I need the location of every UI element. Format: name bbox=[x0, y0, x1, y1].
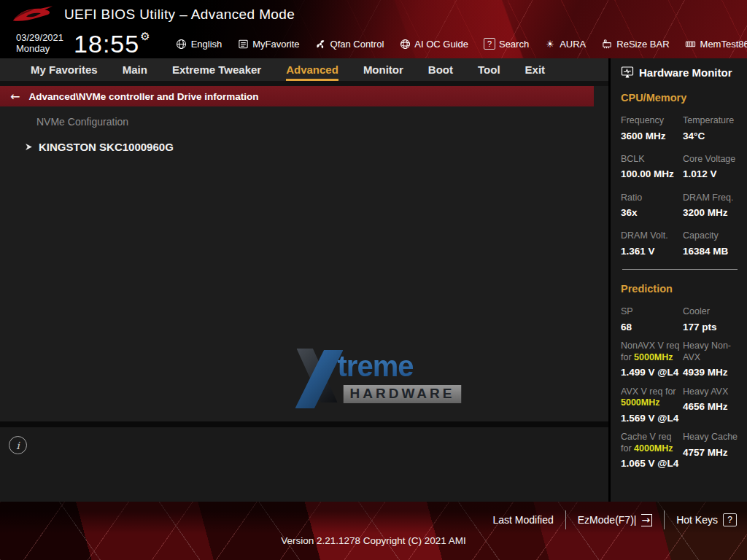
hw-value: 1.065 V @L4 bbox=[621, 458, 683, 470]
section-label: NVMe Configuration bbox=[36, 116, 608, 128]
hw-label: Heavy AVX bbox=[683, 386, 741, 398]
hw-value: 1.012 V bbox=[683, 168, 741, 180]
hw-value: 1.361 V bbox=[621, 246, 683, 257]
footer-actions: Last Modified EzMode(F7)| → Hot Keys ? bbox=[493, 510, 738, 529]
footer: Last Modified EzMode(F7)| → Hot Keys ? V… bbox=[0, 502, 747, 560]
rog-logo-icon bbox=[12, 4, 54, 26]
tab-boot[interactable]: Boot bbox=[428, 58, 453, 81]
breadcrumb[interactable]: ← Advanced\NVMe controller and Drive inf… bbox=[0, 86, 594, 106]
divider bbox=[161, 34, 166, 53]
hot-keys-button[interactable]: Hot Keys ? bbox=[676, 513, 737, 526]
hw-row: Frequency 3600 MHz Temperature 34°C bbox=[621, 115, 741, 142]
hw-label: Heavy Cache bbox=[683, 432, 741, 443]
hw-label: AVX V req for 5000MHz bbox=[621, 386, 683, 409]
menu-item-language[interactable]: English bbox=[176, 38, 222, 50]
hw-label: BCLK bbox=[621, 154, 683, 166]
prediction-heading: Prediction bbox=[621, 283, 741, 295]
highlighted-mhz: 5000MHz bbox=[621, 397, 660, 408]
divider bbox=[0, 81, 608, 86]
fan-icon bbox=[315, 38, 327, 50]
help-info-panel: i bbox=[0, 427, 608, 502]
divider bbox=[0, 421, 608, 427]
hw-row: AVX V req for 5000MHz 1.569 V @L4 Heavy … bbox=[621, 386, 741, 424]
highlighted-mhz: 4000MHz bbox=[634, 443, 673, 454]
hw-label: Frequency bbox=[621, 115, 683, 127]
hardware-monitor-panel: Hardware Monitor CPU/Memory Frequency 36… bbox=[611, 58, 747, 502]
hw-label: Capacity bbox=[683, 230, 741, 242]
top-header: UEFI BIOS Utility – Advanced Mode 03/29/… bbox=[0, 0, 747, 58]
tab-exit[interactable]: Exit bbox=[525, 58, 546, 81]
hw-row: SP 68 Cooler 177 pts bbox=[621, 306, 741, 333]
tab-advanced[interactable]: Advanced bbox=[286, 58, 338, 81]
hw-label: Heavy Non-AVX bbox=[683, 341, 741, 363]
submenu-arrow-icon bbox=[25, 141, 33, 153]
memtest-icon bbox=[685, 38, 697, 50]
hardware-monitor-title: Hardware Monitor bbox=[639, 66, 732, 79]
menu-item-qfan[interactable]: Qfan Control bbox=[315, 38, 384, 50]
hw-label: SP bbox=[621, 306, 683, 318]
tab-extreme-tweaker[interactable]: Extreme Tweaker bbox=[172, 58, 261, 81]
hw-row: DRAM Volt. 1.361 V Capacity 16384 MB bbox=[621, 230, 741, 257]
highlighted-mhz: 5000MHz bbox=[634, 352, 673, 362]
tab-bar: My Favorites Main Extreme Tweaker Advanc… bbox=[0, 58, 608, 81]
back-arrow-icon[interactable]: ← bbox=[10, 90, 20, 104]
menu-item-memtest[interactable]: MemTest86 bbox=[685, 38, 747, 50]
watermark-treme-text: treme bbox=[338, 350, 414, 383]
menu-item-aura[interactable]: ☀ AURA bbox=[544, 38, 586, 50]
last-modified-button[interactable]: Last Modified bbox=[493, 514, 554, 526]
globe-icon bbox=[176, 38, 187, 50]
search-icon: ? bbox=[484, 38, 495, 50]
resize-bar-icon bbox=[601, 38, 613, 50]
question-icon: ? bbox=[723, 513, 737, 526]
hw-row: NonAVX V req for 5000MHz 1.499 V @L4 Hea… bbox=[621, 341, 741, 378]
hw-value: 4757 MHz bbox=[683, 447, 741, 459]
hw-value: 36x bbox=[621, 207, 683, 219]
cpu-memory-heading: CPU/Memory bbox=[621, 92, 741, 104]
hw-value: 34°C bbox=[683, 131, 741, 142]
hw-value: 16384 MB bbox=[683, 246, 741, 257]
hw-label: Cache V req for 4000MHz bbox=[621, 432, 683, 454]
bios-screen: UEFI BIOS Utility – Advanced Mode 03/29/… bbox=[0, 0, 747, 560]
xtremehardware-watermark: treme HARDWARE bbox=[295, 349, 452, 410]
ezmode-button[interactable]: EzMode(F7)| → bbox=[578, 514, 652, 526]
ai-oc-icon bbox=[399, 38, 411, 50]
hw-label: DRAM Volt. bbox=[621, 230, 683, 242]
quick-menu: English MyFavorite bbox=[176, 38, 747, 50]
main-content: My Favorites Main Extreme Tweaker Advanc… bbox=[0, 58, 611, 502]
monitor-icon bbox=[621, 66, 634, 79]
myfavorite-icon bbox=[237, 38, 249, 50]
divider bbox=[664, 510, 665, 529]
tab-monitor[interactable]: Monitor bbox=[363, 58, 403, 81]
menu-item-ai-oc[interactable]: AI OC Guide bbox=[399, 38, 468, 50]
hw-row: Cache V req for 4000MHz 1.065 V @L4 Heav… bbox=[621, 432, 741, 470]
version-text: Version 2.21.1278 Copyright (C) 2021 AMI bbox=[0, 535, 747, 546]
aura-icon: ☀ bbox=[544, 38, 556, 50]
tab-my-favorites[interactable]: My Favorites bbox=[31, 58, 98, 81]
clock-settings-gear-icon[interactable]: ⚙ bbox=[140, 30, 150, 43]
hw-label: DRAM Freq. bbox=[683, 192, 741, 204]
hw-value: 100.00 MHz bbox=[621, 168, 683, 180]
tab-main[interactable]: Main bbox=[123, 58, 147, 81]
hw-label: Temperature bbox=[683, 115, 741, 127]
hw-row: BCLK 100.00 MHz Core Voltage 1.012 V bbox=[621, 154, 741, 181]
menu-item-resize-bar[interactable]: ReSize BAR bbox=[601, 38, 669, 50]
menu-item-myfavorite[interactable]: MyFavorite bbox=[237, 38, 299, 50]
hw-value: 1.499 V @L4 bbox=[621, 367, 683, 378]
hw-label: Ratio bbox=[621, 192, 683, 204]
time-display: 18:55 bbox=[74, 30, 139, 58]
hw-label: Cooler bbox=[683, 306, 741, 318]
breadcrumb-text: Advanced\NVMe controller and Drive infor… bbox=[28, 91, 258, 102]
menu-item-search[interactable]: ? Search bbox=[484, 38, 529, 50]
hw-label: NonAVX V req for 5000MHz bbox=[621, 341, 683, 363]
hw-value: 4939 MHz bbox=[683, 367, 741, 378]
hw-value: 4656 MHz bbox=[683, 401, 741, 413]
tab-tool[interactable]: Tool bbox=[478, 58, 500, 81]
hw-value: 3600 MHz bbox=[621, 131, 683, 142]
watermark-hardware-text: HARDWARE bbox=[344, 385, 462, 403]
hw-value: 68 bbox=[621, 322, 683, 333]
list-item-kingston-drive[interactable]: KINGSTON SKC1000960G bbox=[25, 141, 608, 153]
drive-label: KINGSTON SKC1000960G bbox=[39, 141, 174, 153]
info-icon: i bbox=[9, 436, 27, 454]
hw-value: 1.569 V @L4 bbox=[621, 413, 683, 424]
hw-row: Ratio 36x DRAM Freq. 3200 MHz bbox=[621, 192, 741, 219]
